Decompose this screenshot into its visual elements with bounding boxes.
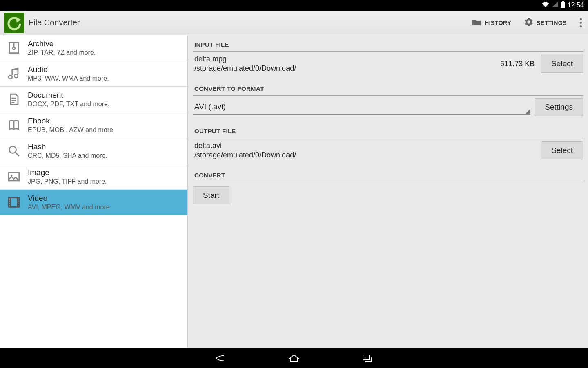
sidebar-item-sub: AVI, MPEG, WMV and more. <box>28 204 111 211</box>
sidebar-item-title: Video <box>28 194 111 203</box>
action-bar: File Converter HISTORY SETTINGS <box>0 11 588 35</box>
format-value: AVI (.avi) <box>194 102 226 111</box>
film-icon <box>6 194 22 211</box>
battery-icon <box>561 1 565 9</box>
format-settings-button[interactable]: Settings <box>535 98 583 116</box>
sidebar-item-document[interactable]: DocumentDOCX, PDF, TXT and more. <box>0 87 187 112</box>
section-input-file-label: INPUT FILE <box>193 38 583 51</box>
cell-signal-icon <box>552 2 558 9</box>
sidebar-item-archive[interactable]: ArchiveZIP, TAR, 7Z and more. <box>0 35 187 61</box>
sidebar-item-title: Hash <box>28 142 107 151</box>
divider <box>193 182 583 182</box>
book-icon <box>6 117 22 133</box>
sidebar-item-sub: DOCX, PDF, TXT and more. <box>28 101 109 108</box>
android-nav-bar <box>0 348 588 368</box>
sidebar-item-title: Document <box>28 91 109 100</box>
sidebar-item-title: Archive <box>28 39 96 48</box>
settings-button[interactable]: SETTINGS <box>518 11 573 35</box>
sidebar-item-ebook[interactable]: EbookEPUB, MOBI, AZW and more. <box>0 112 187 138</box>
status-time: 12:54 <box>568 2 584 9</box>
folder-history-icon <box>472 18 481 27</box>
nav-recent-button[interactable] <box>359 352 376 364</box>
svg-point-0 <box>9 146 16 153</box>
divider <box>193 51 583 52</box>
select-input-button[interactable]: Select <box>541 55 583 73</box>
sidebar-item-image[interactable]: ImageJPG, PNG, TIFF and more. <box>0 164 187 190</box>
wifi-icon <box>542 2 549 9</box>
music-note-icon <box>6 65 22 82</box>
sidebar-item-sub: ZIP, TAR, 7Z and more. <box>28 49 96 56</box>
sidebar-item-title: Audio <box>28 65 109 74</box>
sidebar-item-title: Image <box>28 168 107 177</box>
section-output-file-label: OUTPUT FILE <box>193 125 583 138</box>
sidebar-item-sub: EPUB, MOBI, AZW and more. <box>28 126 115 134</box>
sidebar-item-sub: JPG, PNG, TIFF and more. <box>28 178 107 185</box>
input-file-name: delta.mpg <box>194 55 494 63</box>
nav-back-button[interactable] <box>212 352 229 364</box>
overflow-menu-button[interactable] <box>573 11 588 35</box>
sidebar-item-title: Ebook <box>28 117 115 126</box>
settings-label: SETTINGS <box>537 20 567 26</box>
document-icon <box>6 91 22 108</box>
input-file-size: 611.73 KB <box>500 60 535 68</box>
android-status-bar: 12:54 <box>0 0 588 11</box>
output-file-path: /storage/emulated/0/Download/ <box>194 151 535 159</box>
input-file-path: /storage/emulated/0/Download/ <box>194 64 494 73</box>
sidebar-item-sub: CRC, MD5, SHA and more. <box>28 152 107 159</box>
output-file-name: delta.avi <box>194 141 535 150</box>
sidebar-item-hash[interactable]: HashCRC, MD5, SHA and more. <box>0 138 187 164</box>
section-convert-label: CONVERT <box>193 169 583 182</box>
app-icon <box>4 13 24 33</box>
divider <box>193 95 583 96</box>
more-vertical-icon <box>580 18 582 27</box>
history-button[interactable]: HISTORY <box>465 11 518 35</box>
gear-icon <box>524 18 533 28</box>
sidebar-item-audio[interactable]: AudioMP3, WAV, WMA and more. <box>0 61 187 87</box>
format-spinner[interactable]: AVI (.avi) <box>193 100 530 115</box>
category-sidebar: ArchiveZIP, TAR, 7Z and more. AudioMP3, … <box>0 35 188 348</box>
start-button[interactable]: Start <box>193 186 229 204</box>
history-label: HISTORY <box>485 20 511 26</box>
nav-home-button[interactable] <box>286 352 302 364</box>
main-panel: INPUT FILE delta.mpg /storage/emulated/0… <box>188 35 588 348</box>
select-output-button[interactable]: Select <box>541 141 583 159</box>
archive-icon <box>6 40 22 56</box>
divider <box>193 138 583 138</box>
magnify-icon <box>6 143 22 159</box>
image-icon <box>6 168 22 185</box>
app-title: File Converter <box>29 18 465 27</box>
section-format-label: CONVERT TO FORMAT <box>193 83 583 95</box>
sidebar-item-sub: MP3, WAV, WMA and more. <box>28 75 109 82</box>
sidebar-item-video[interactable]: VideoAVI, MPEG, WMV and more. <box>0 190 187 215</box>
